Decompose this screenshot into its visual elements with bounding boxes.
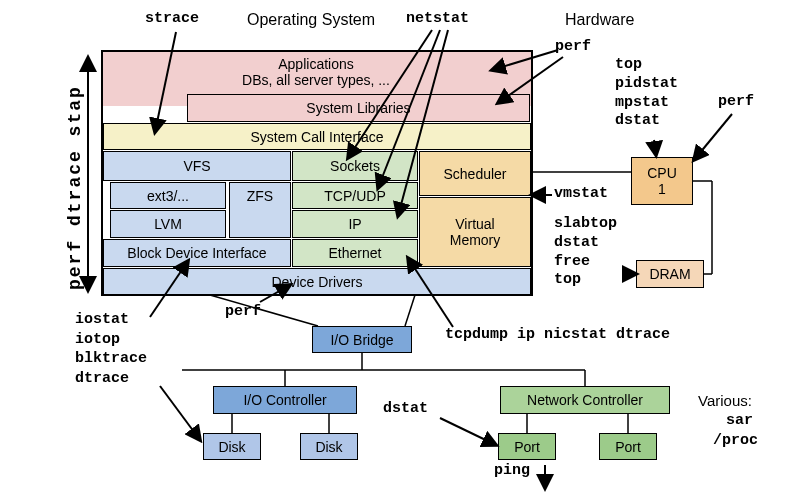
cpu-box: CPU 1 — [631, 157, 693, 205]
ip-box: IP — [292, 210, 418, 238]
ip-label: IP — [348, 216, 361, 232]
system-libraries-label: System Libraries — [306, 100, 410, 116]
dram-box: DRAM — [636, 260, 704, 288]
vfs-box: VFS — [103, 151, 291, 181]
iobridge-label: I/O Bridge — [330, 332, 393, 348]
tcpdump-etc-label: tcpdump ip nicstat dtrace — [445, 326, 670, 343]
bdi-box: Block Device Interface — [103, 239, 291, 267]
lvm-label: LVM — [154, 216, 182, 232]
slabtop-lines-label: slabtop dstat free top — [554, 215, 617, 290]
ethernet-label: Ethernet — [329, 245, 382, 261]
proc-label: /proc — [713, 432, 758, 449]
iobridge-box: I/O Bridge — [312, 326, 412, 353]
system-libraries-box: System Libraries — [187, 94, 530, 122]
scheduler-label: Scheduler — [443, 166, 506, 182]
perf-top-label: perf — [555, 38, 591, 55]
lvm-box: LVM — [110, 210, 226, 238]
header-os: Operating System — [247, 11, 375, 29]
io-controller-box: I/O Controller — [213, 386, 357, 414]
applications-line2: DBs, all server types, ... — [242, 72, 390, 88]
cpu-label: CPU — [647, 165, 677, 181]
virtual-memory-line1: Virtual — [455, 216, 494, 232]
zfs-box: ZFS — [229, 182, 291, 238]
strace-label: strace — [145, 10, 199, 27]
system-call-interface-label: System Call Interface — [250, 129, 383, 145]
disk1-label: Disk — [218, 439, 245, 455]
perf-mid-label: perf — [225, 303, 261, 320]
port2-box: Port — [599, 433, 657, 460]
port1-box: Port — [498, 433, 556, 460]
netstat-label: netstat — [406, 10, 469, 27]
svg-line-16 — [160, 386, 200, 440]
dstat-label: dstat — [383, 400, 428, 417]
svg-line-29 — [440, 418, 496, 445]
system-call-interface-box: System Call Interface — [103, 123, 531, 150]
device-drivers-box: Device Drivers — [103, 268, 531, 295]
tcpudp-box: TCP/UDP — [292, 182, 418, 209]
virtual-memory-line2: Memory — [450, 232, 501, 248]
network-controller-label: Network Controller — [527, 392, 643, 408]
ethernet-box: Ethernet — [292, 239, 418, 267]
io-controller-label: I/O Controller — [243, 392, 326, 408]
various-label: Various: — [698, 392, 752, 409]
dram-label: DRAM — [649, 266, 690, 282]
network-controller-box: Network Controller — [500, 386, 670, 414]
iostat-lines-label: iostat iotop blktrace dtrace — [75, 310, 147, 388]
bdi-label: Block Device Interface — [127, 245, 266, 261]
port2-label: Port — [615, 439, 641, 455]
ext3-box: ext3/... — [110, 182, 226, 209]
sockets-box: Sockets — [292, 151, 418, 181]
vmstat-label: vmstat — [554, 185, 608, 202]
vfs-label: VFS — [183, 158, 210, 174]
sockets-label: Sockets — [330, 158, 380, 174]
port1-label: Port — [514, 439, 540, 455]
cpu-num: 1 — [658, 181, 666, 197]
header-hardware: Hardware — [565, 11, 634, 29]
applications-box: Applications DBs, all server types, ... — [137, 52, 495, 92]
left-vertical-tools: perf dtrace stap — [65, 85, 85, 290]
svg-line-7 — [654, 140, 656, 155]
scheduler-box: Scheduler — [419, 151, 531, 196]
disk2-label: Disk — [315, 439, 342, 455]
svg-line-19 — [405, 295, 415, 326]
ext3-label: ext3/... — [147, 188, 189, 204]
disk1-box: Disk — [203, 433, 261, 460]
zfs-label: ZFS — [247, 188, 273, 204]
virtual-memory-box: Virtual Memory — [419, 197, 531, 267]
top-pidstat-mpstat-dstat-label: top pidstat mpstat dstat — [615, 56, 678, 131]
sar-label: sar — [726, 412, 753, 429]
device-drivers-label: Device Drivers — [271, 274, 362, 290]
ping-label: ping — [494, 462, 530, 479]
perf-right-label: perf — [718, 93, 754, 110]
tcpudp-label: TCP/UDP — [324, 188, 385, 204]
applications-line1: Applications — [278, 56, 354, 72]
disk2-box: Disk — [300, 433, 358, 460]
svg-line-8 — [694, 114, 732, 160]
